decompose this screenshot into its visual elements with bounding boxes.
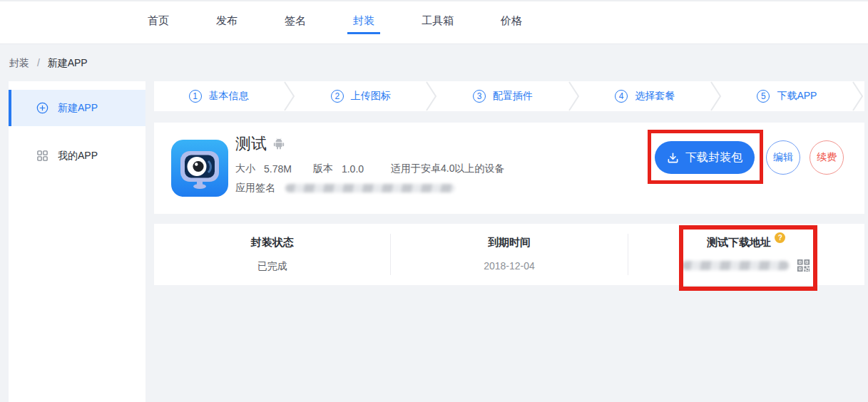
nav-item-pricing[interactable]: 价格 bbox=[495, 11, 528, 34]
size-value: 5.78M bbox=[264, 163, 292, 175]
app-info: 测试 大小 5.78M 版本 1.0.0 适用于安卓4.0以上的设备 应用签名 bbox=[235, 133, 505, 195]
qr-code-icon[interactable] bbox=[796, 258, 811, 273]
nav-item-publish[interactable]: 发布 bbox=[210, 11, 243, 34]
download-package-button[interactable]: 下载封装包 bbox=[655, 141, 755, 174]
top-nav-bar: 首页 发布 签名 封装 工具箱 价格 bbox=[0, 0, 868, 44]
step-label: 基本信息 bbox=[209, 90, 249, 103]
expiry-date-value: 2018-12-04 bbox=[484, 260, 535, 272]
sidebar-item-label: 我的APP bbox=[58, 150, 98, 163]
breadcrumb: 封装 / 新建APP bbox=[9, 57, 88, 70]
app-summary-card: 测试 大小 5.78M 版本 1.0.0 适用于安卓4.0以上的设备 应用签名 bbox=[154, 123, 864, 214]
step-upload-icon[interactable]: 2 上传图标 bbox=[296, 81, 425, 111]
package-status-label: 封装状态 bbox=[251, 236, 294, 249]
download-url-redacted-value[interactable] bbox=[682, 261, 789, 270]
chevron-right-icon bbox=[283, 81, 296, 111]
step-basic-info[interactable]: 1 基本信息 bbox=[154, 81, 283, 111]
chevron-right-icon bbox=[425, 81, 438, 111]
step-download-app[interactable]: 5 下载APP bbox=[723, 81, 852, 111]
nav-item-sign[interactable]: 签名 bbox=[279, 11, 312, 34]
renew-button[interactable]: 续费 bbox=[810, 140, 844, 175]
wizard-steps-bar: 1 基本信息 2 上传图标 3 配置插件 4 选择套餐 5 下载APP bbox=[154, 81, 864, 111]
grid-icon bbox=[36, 150, 48, 162]
step-number-badge: 3 bbox=[473, 90, 486, 103]
sidebar-item-new-app[interactable]: 新建APP bbox=[9, 90, 145, 126]
app-meta: 大小 5.78M 版本 1.0.0 适用于安卓4.0以上的设备 bbox=[235, 163, 505, 175]
app-name: 测试 bbox=[235, 133, 267, 155]
step-number-badge: 4 bbox=[615, 90, 628, 103]
chevron-right-icon bbox=[568, 81, 581, 111]
status-card: 封装状态 已完成 到期时间 2018-12-04 测试下载地址 ? bbox=[154, 224, 864, 285]
step-label: 下载APP bbox=[777, 90, 817, 103]
nav-item-package[interactable]: 封装 bbox=[347, 11, 380, 34]
step-label: 选择套餐 bbox=[635, 90, 675, 103]
test-download-url-label: 测试下载地址 bbox=[707, 236, 771, 249]
breadcrumb-section[interactable]: 封装 bbox=[9, 57, 29, 68]
version-value: 1.0.0 bbox=[342, 163, 364, 175]
sidebar-item-my-app[interactable]: 我的APP bbox=[9, 138, 145, 174]
help-icon[interactable]: ? bbox=[775, 232, 785, 243]
download-icon bbox=[667, 152, 679, 164]
step-label: 配置插件 bbox=[493, 90, 533, 103]
step-number-badge: 5 bbox=[757, 90, 770, 103]
chevron-right-icon bbox=[710, 81, 723, 111]
step-number-badge: 1 bbox=[189, 90, 202, 103]
step-configure-plugins[interactable]: 3 配置插件 bbox=[438, 81, 567, 111]
expiry-date-label: 到期时间 bbox=[488, 236, 531, 249]
chevron-right-icon bbox=[852, 81, 864, 111]
package-status-value: 已完成 bbox=[257, 260, 287, 273]
android-icon bbox=[272, 138, 285, 150]
sidebar-item-label: 新建APP bbox=[58, 102, 98, 115]
plus-circle-icon bbox=[36, 102, 48, 114]
breadcrumb-separator: / bbox=[37, 57, 40, 68]
breadcrumb-current: 新建APP bbox=[48, 57, 88, 68]
test-download-url-column: 测试下载地址 ? bbox=[628, 224, 864, 285]
sidebar: 新建APP 我的APP bbox=[9, 81, 145, 402]
version-label: 版本 bbox=[313, 163, 333, 175]
nav-item-toolbox[interactable]: 工具箱 bbox=[416, 11, 459, 34]
signature-label: 应用签名 bbox=[235, 182, 275, 195]
app-icon bbox=[171, 140, 228, 197]
step-number-badge: 2 bbox=[331, 90, 344, 103]
main-nav: 首页 发布 签名 封装 工具箱 价格 bbox=[0, 1, 868, 43]
expiry-date-column: 到期时间 2018-12-04 bbox=[391, 224, 627, 285]
step-select-plan[interactable]: 4 选择套餐 bbox=[581, 81, 710, 111]
package-status-column: 封装状态 已完成 bbox=[154, 224, 390, 285]
size-label: 大小 bbox=[235, 163, 255, 175]
signature-redacted-value bbox=[285, 184, 455, 192]
nav-item-home[interactable]: 首页 bbox=[142, 11, 175, 34]
compatibility-text: 适用于安卓4.0以上的设备 bbox=[391, 163, 504, 175]
download-package-label: 下载封装包 bbox=[685, 150, 742, 165]
app-signature-row: 应用签名 bbox=[235, 182, 505, 195]
step-label: 上传图标 bbox=[351, 90, 391, 103]
edit-button[interactable]: 编辑 bbox=[766, 140, 800, 175]
app-packaging-page: 首页 发布 签名 封装 工具箱 价格 封装 / 新建APP 新建APP bbox=[0, 0, 868, 402]
